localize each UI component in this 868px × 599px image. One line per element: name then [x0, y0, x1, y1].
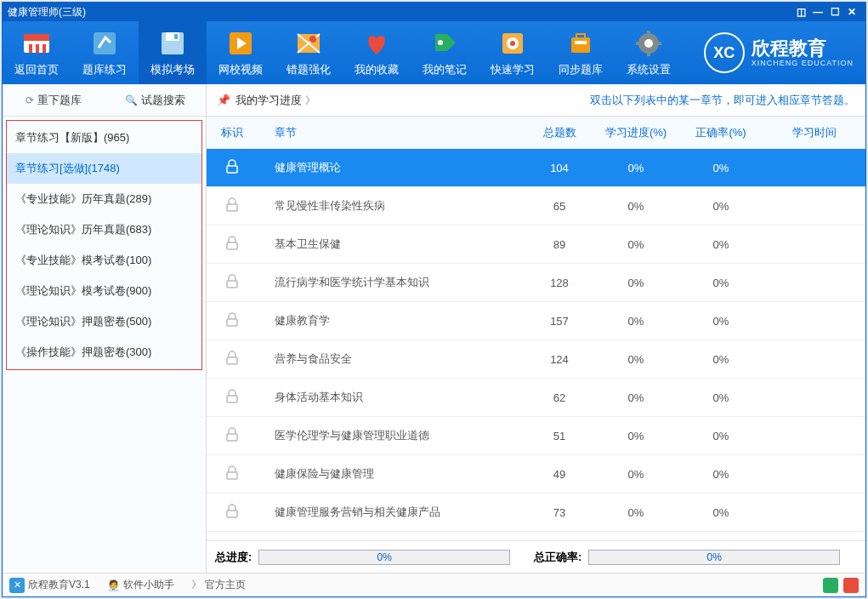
- cell-chapter: 常见慢性非传染性疾病: [258, 198, 525, 214]
- cell-progress: 0%: [593, 391, 678, 404]
- redownload-button[interactable]: ⟳ 重下题库: [3, 93, 105, 108]
- cell-chapter: 身体活动基本知识: [258, 390, 525, 405]
- lock-icon: [207, 274, 258, 292]
- cell-chapter: 流行病学和医学统计学基本知识: [258, 275, 525, 290]
- table-row[interactable]: 常见慢性非传染性疾病650%0%: [207, 187, 865, 225]
- lock-icon: [207, 504, 258, 522]
- table-row[interactable]: 身体活动基本知识620%0%: [207, 379, 865, 417]
- cell-chapter: 健康管理概论: [258, 160, 525, 175]
- toolbar-notes[interactable]: 我的笔记: [411, 21, 479, 84]
- cell-progress: 0%: [593, 353, 678, 366]
- table-row[interactable]: 健康教育学1570%0%: [207, 302, 865, 340]
- toolbar-sync[interactable]: 同步题库: [547, 21, 615, 84]
- table-row[interactable]: 健康管理服务营销与相关健康产品730%0%: [207, 493, 865, 532]
- svg-point-13: [438, 40, 443, 45]
- search-icon: 🔍: [125, 94, 138, 106]
- sidebar-item[interactable]: 《理论知识》模考试卷(900): [7, 276, 201, 306]
- status-app[interactable]: ✕ 欣程教育V3.1: [9, 578, 90, 593]
- brand-logo: XC 欣程教育 XINCHENG EDUCATION: [704, 32, 854, 73]
- toolbar-mock-exam[interactable]: 模拟考场: [139, 21, 207, 84]
- cell-progress: 0%: [593, 315, 678, 328]
- sidebar-item[interactable]: 《专业技能》模考试卷(100): [7, 245, 201, 276]
- toolbar-settings[interactable]: 系统设置: [615, 21, 683, 84]
- col-total: 总题数: [525, 125, 593, 140]
- stats-icon[interactable]: [823, 578, 838, 593]
- table-row[interactable]: 流行病学和医学统计学基本知识1280%0%: [207, 264, 865, 302]
- win-close-icon[interactable]: ✕: [843, 6, 860, 18]
- sidebar-item[interactable]: 章节练习[选做](1748): [7, 153, 201, 184]
- svg-rect-3: [36, 44, 39, 53]
- total-accuracy-label: 总正确率:: [534, 550, 582, 565]
- notebook-icon: [89, 28, 120, 59]
- sidebar-item[interactable]: 《专业技能》历年真题(289): [7, 184, 201, 214]
- progress-link[interactable]: 我的学习进度 》: [235, 93, 315, 108]
- cell-accuracy: 0%: [678, 468, 763, 481]
- lock-icon: [207, 465, 258, 483]
- chevron-down-icon: ⟳: [26, 94, 34, 106]
- lock-icon: [207, 312, 258, 330]
- table-row[interactable]: 健康保险与健康管理490%0%: [207, 455, 865, 493]
- cell-accuracy: 0%: [678, 315, 763, 328]
- cell-progress: 0%: [593, 430, 678, 442]
- search-questions-button[interactable]: 🔍 试题搜索: [105, 93, 207, 108]
- toolbar-quick-learn[interactable]: 快速学习: [479, 21, 547, 84]
- cell-chapter: 医学伦理学与健康管理职业道德: [258, 428, 525, 443]
- chevron-right-icon: 》: [191, 578, 201, 592]
- toolbar-wrong-questions[interactable]: 错题强化: [275, 21, 343, 84]
- sidebar-item[interactable]: 《操作技能》押题密卷(300): [7, 337, 201, 368]
- cell-progress: 0%: [593, 506, 678, 519]
- svg-rect-5: [94, 32, 116, 54]
- toolbar-video[interactable]: 网校视频: [207, 21, 275, 84]
- close-square-icon: ✕: [9, 578, 25, 593]
- cell-accuracy: 0%: [678, 391, 763, 404]
- chart-icon[interactable]: [843, 578, 859, 593]
- cell-total: 124: [525, 353, 593, 366]
- cell-accuracy: 0%: [678, 277, 763, 289]
- col-chapter: 章节: [258, 125, 525, 140]
- toolbar-home[interactable]: 返回首页: [3, 21, 71, 84]
- bag-icon: [565, 28, 596, 59]
- map-icon: [293, 28, 324, 59]
- cell-progress: 0%: [593, 200, 678, 213]
- table-row[interactable]: 健康管理概论1040%0%: [207, 149, 865, 187]
- cell-total: 51: [525, 430, 593, 442]
- lock-icon: [207, 197, 258, 215]
- total-progress-label: 总进度:: [215, 550, 252, 565]
- save-icon: [157, 28, 188, 59]
- win-maximize-icon[interactable]: ☐: [826, 6, 843, 18]
- cell-chapter: 基本卫生保健: [258, 237, 525, 252]
- status-helper[interactable]: 🧑‍💼 软件小助手: [107, 578, 174, 592]
- svg-rect-1: [24, 34, 49, 41]
- col-flag: 标识: [207, 125, 258, 140]
- toolbar-question-bank[interactable]: 题库练习: [71, 21, 139, 84]
- main-panel: 📌 我的学习进度 》 双击以下列表中的某一章节，即可进入相应章节答题。 标识 章…: [207, 84, 865, 573]
- win-minimize-icon[interactable]: —: [809, 6, 826, 18]
- status-home[interactable]: 》 官方主页: [191, 578, 246, 592]
- titlebar: 健康管理师(三级) ◫ — ☐ ✕: [3, 3, 865, 21]
- table-row[interactable]: 医学伦理学与健康管理职业道德510%0%: [207, 417, 865, 455]
- sidebar-item[interactable]: 《理论知识》历年真题(683): [7, 214, 201, 245]
- main-toolbar: 返回首页 题库练习 模拟考场 网校视频 错题强化 我的收藏 我的笔记 快速学习: [3, 21, 865, 84]
- total-progress-bar: 0%: [258, 550, 510, 565]
- tag-icon: [429, 28, 460, 59]
- table-header: 标识 章节 总题数 学习进度(%) 正确率(%) 学习时间: [207, 117, 865, 149]
- col-time: 学习时间: [763, 125, 865, 140]
- cell-chapter: 健康管理服务营销与相关健康产品: [258, 505, 525, 520]
- helper-icon: 🧑‍💼: [107, 579, 120, 591]
- win-restore-icon[interactable]: ◫: [792, 6, 809, 18]
- svg-rect-30: [227, 319, 237, 326]
- svg-rect-29: [227, 281, 237, 288]
- sidebar-item[interactable]: 章节练习【新版】(965): [7, 123, 201, 153]
- cell-chapter: 营养与食品安全: [258, 351, 525, 367]
- toolbar-favorites[interactable]: 我的收藏: [343, 21, 411, 84]
- svg-rect-31: [227, 357, 237, 364]
- table-row[interactable]: 营养与食品安全1240%0%: [207, 340, 865, 379]
- sidebar-item[interactable]: 《理论知识》押题密卷(500): [7, 306, 201, 337]
- svg-rect-28: [227, 242, 237, 249]
- svg-point-21: [644, 39, 653, 48]
- cell-accuracy: 0%: [678, 238, 763, 251]
- lock-icon: [207, 159, 258, 177]
- lock-icon: [207, 389, 258, 407]
- cell-progress: 0%: [593, 162, 678, 174]
- table-row[interactable]: 基本卫生保健890%0%: [207, 225, 865, 264]
